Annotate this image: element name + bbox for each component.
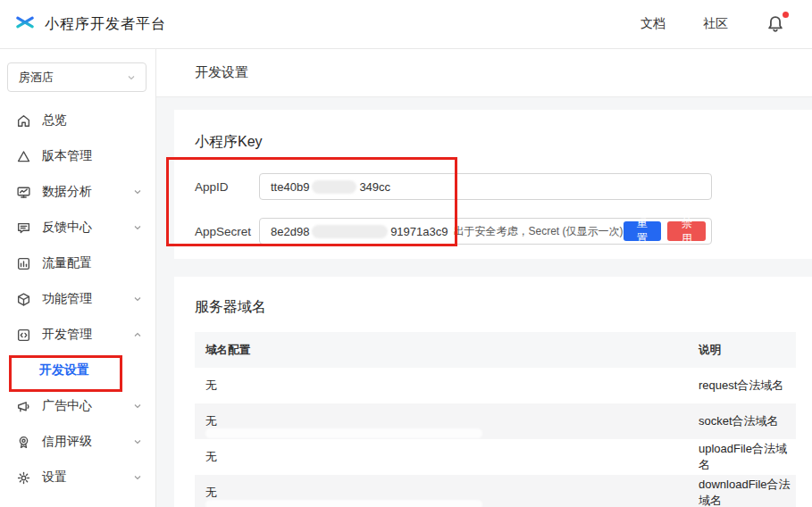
column-header-config: 域名配置: [195, 343, 688, 358]
domain-desc-value: uploadFile合法域名: [688, 441, 796, 473]
domain-desc-value: socket合法域名: [688, 413, 796, 429]
appid-label: AppID: [195, 180, 259, 194]
redaction-blur: [205, 464, 615, 474]
redaction-blur: [312, 180, 356, 194]
table-row: 无 uploadFile合法域名: [195, 439, 796, 475]
domain-config-value: 无: [195, 378, 688, 394]
domain-desc-value: downloadFile合法域名: [688, 477, 796, 507]
sidebar-item-label: 广告中心: [42, 398, 92, 414]
redaction-blur: [205, 428, 482, 438]
reset-secret-button[interactable]: 重置: [624, 221, 662, 241]
feature-icon: [16, 292, 31, 307]
disable-secret-button[interactable]: 禁用: [667, 221, 706, 241]
sidebar-item-overview[interactable]: 总览: [0, 103, 155, 138]
miniprogram-logo-icon: [14, 12, 36, 37]
sidebar-item-feedback[interactable]: 反馈中心: [0, 210, 155, 245]
miniprogram-key-card: 小程序Key AppID tte40b9 349cc AppSecret 8e2…: [174, 110, 812, 259]
chevron-down-icon: [132, 436, 143, 447]
chevron-down-icon: [132, 294, 143, 304]
community-link[interactable]: 社区: [703, 16, 728, 32]
version-icon: [16, 149, 31, 164]
home-icon: [16, 113, 31, 129]
docs-link[interactable]: 文档: [640, 16, 666, 32]
sidebar-item-credit[interactable]: 信用评级: [0, 424, 155, 460]
app-selector-dropdown[interactable]: 房酒店: [7, 62, 146, 92]
sidebar-item-label: 数据分析: [42, 184, 92, 200]
domain-card-title: 服务器域名: [195, 298, 796, 317]
appsecret-box[interactable]: 8e2d98 91971a3c9 出于安全考虑，Secret (仅显示一次) 重…: [259, 218, 712, 245]
sidebar-item-traffic[interactable]: 流量配置: [0, 245, 155, 281]
table-row: 无 downloadFile合法域名: [195, 475, 796, 507]
megaphone-icon: [16, 399, 31, 414]
notification-badge: [783, 12, 789, 18]
domain-config-value: 无: [195, 485, 688, 501]
app-header: 小程序开发者平台 文档 社区: [0, 0, 812, 49]
redaction-blur: [205, 393, 482, 403]
sidebar-menu: 总览 版本管理 数据分析: [0, 101, 155, 495]
table-row: 无 socket合法域名: [195, 403, 796, 439]
sidebar-item-label: 开发管理: [42, 327, 92, 343]
notification-bell-icon[interactable]: [766, 14, 785, 34]
sidebar-item-dev-management[interactable]: 开发管理: [0, 317, 155, 353]
sidebar-item-label: 反馈中心: [42, 220, 92, 236]
appsecret-value-start: 8e2d98: [271, 225, 309, 238]
redaction-blur: [205, 500, 482, 507]
sidebar-item-label: 总览: [42, 112, 67, 129]
appid-row: AppID tte40b9 349cc: [195, 173, 791, 200]
page-title: 开发设置: [156, 49, 812, 97]
page-title-text: 开发设置: [195, 64, 248, 81]
sidebar-item-ads[interactable]: 广告中心: [0, 388, 155, 424]
server-domain-card: 服务器域名 域名配置 说明 无 request合法域名 无 socket合法域名: [174, 277, 812, 507]
chevron-up-icon: [132, 329, 143, 340]
feedback-icon: [16, 220, 31, 236]
sidebar-item-label: 信用评级: [42, 434, 92, 450]
platform-title: 小程序开发者平台: [45, 15, 166, 34]
appsecret-value-end: 91971a3c9: [390, 225, 448, 238]
appid-value-start: tte40b9: [271, 180, 309, 194]
domain-config-value: 无: [195, 449, 688, 465]
sidebar-item-label: 设置: [42, 470, 67, 486]
sidebar-item-settings[interactable]: 设置: [0, 460, 155, 495]
appsecret-label: AppSecret: [195, 225, 259, 238]
appid-value-end: 349cc: [359, 180, 390, 194]
sidebar-item-label: 功能管理: [42, 291, 92, 307]
sidebar-item-features[interactable]: 功能管理: [0, 281, 155, 317]
sidebar-item-version[interactable]: 版本管理: [0, 138, 155, 174]
sidebar-item-dev-settings[interactable]: 开发设置: [0, 353, 155, 388]
sidebar-item-analytics[interactable]: 数据分析: [0, 174, 155, 210]
traffic-icon: [16, 256, 31, 271]
sidebar-item-label: 版本管理: [42, 148, 92, 164]
domain-table-header: 域名配置 说明: [195, 332, 796, 368]
sidebar-subitem-label: 开发设置: [39, 362, 89, 378]
sidebar-item-label: 流量配置: [42, 255, 92, 271]
main-content: 开发设置 小程序Key AppID tte40b9 349cc AppSecre…: [156, 49, 812, 507]
domain-config-value: 无: [195, 413, 688, 429]
secret-note: 出于安全考虑，Secret (仅显示一次): [453, 224, 623, 239]
medal-icon: [16, 435, 31, 450]
domain-table: 域名配置 说明 无 request合法域名 无 socket合法域名 无 upl…: [195, 332, 796, 507]
sidebar: 房酒店 总览 版本管理: [0, 49, 156, 507]
chevron-down-icon: [132, 472, 143, 483]
chevron-down-icon: [132, 401, 143, 411]
chevron-down-icon: [132, 187, 143, 197]
column-header-desc: 说明: [688, 343, 796, 358]
dev-icon: [16, 328, 31, 343]
analytics-icon: [16, 185, 31, 200]
chevron-down-icon: [132, 222, 143, 233]
domain-desc-value: request合法域名: [688, 378, 796, 394]
appid-input[interactable]: tte40b9 349cc: [259, 173, 712, 200]
appsecret-row: AppSecret 8e2d98 91971a3c9 出于安全考虑，Secret…: [195, 218, 791, 245]
redaction-blur: [312, 225, 388, 238]
gear-icon: [16, 470, 31, 486]
table-row: 无 request合法域名: [195, 368, 796, 403]
chevron-down-icon: [126, 72, 137, 83]
app-selector-value: 房酒店: [19, 70, 54, 86]
key-card-title: 小程序Key: [195, 133, 791, 152]
logo[interactable]: 小程序开发者平台: [14, 12, 166, 37]
